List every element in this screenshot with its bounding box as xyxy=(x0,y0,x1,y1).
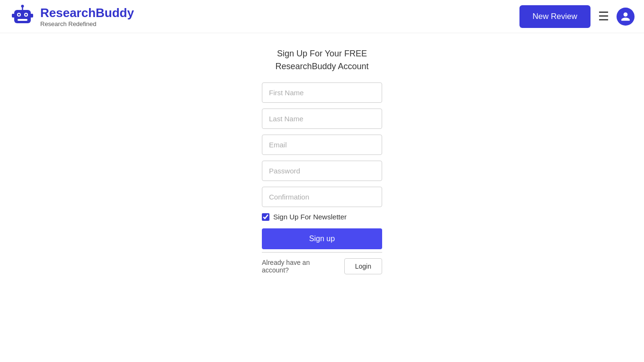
logo-title: ResearchBuddy xyxy=(40,6,134,20)
header-right: New Review ☰ xyxy=(519,5,635,28)
hamburger-icon[interactable]: ☰ xyxy=(598,9,609,24)
already-account-text: Already have an account? xyxy=(262,259,338,274)
main-content: Sign Up For Your FREE ResearchBuddy Acco… xyxy=(0,33,644,274)
new-review-button[interactable]: New Review xyxy=(519,5,590,28)
last-name-input[interactable] xyxy=(262,109,382,129)
confirmation-input[interactable] xyxy=(262,187,382,207)
signup-form: Sign Up For Newsletter Sign up Already h… xyxy=(0,82,644,274)
divider xyxy=(262,252,382,253)
login-button[interactable]: Login xyxy=(344,258,382,274)
logo-icon xyxy=(9,3,36,29)
logo-area: ResearchBuddy Research Redefined xyxy=(9,3,134,29)
signup-button[interactable]: Sign up xyxy=(262,228,382,249)
svg-rect-0 xyxy=(14,10,31,23)
newsletter-checkbox[interactable] xyxy=(262,213,269,221)
user-avatar-icon[interactable] xyxy=(617,8,635,26)
signup-title: Sign Up For Your FREE ResearchBuddy Acco… xyxy=(275,47,368,73)
password-input[interactable] xyxy=(262,161,382,181)
logo-subtitle: Research Redefined xyxy=(40,20,134,27)
newsletter-row: Sign Up For Newsletter xyxy=(262,213,382,221)
header: ResearchBuddy Research Redefined New Rev… xyxy=(0,0,644,33)
svg-rect-5 xyxy=(18,19,27,21)
svg-rect-9 xyxy=(30,14,33,18)
svg-rect-8 xyxy=(12,14,15,18)
svg-point-3 xyxy=(18,14,20,16)
first-name-input[interactable] xyxy=(262,82,382,103)
user-icon xyxy=(620,11,631,22)
svg-point-4 xyxy=(25,14,27,16)
logo-text-area: ResearchBuddy Research Redefined xyxy=(40,6,134,27)
email-input[interactable] xyxy=(262,135,382,155)
newsletter-label: Sign Up For Newsletter xyxy=(273,213,347,221)
login-row: Already have an account? Login xyxy=(262,258,382,274)
svg-point-7 xyxy=(21,5,24,8)
